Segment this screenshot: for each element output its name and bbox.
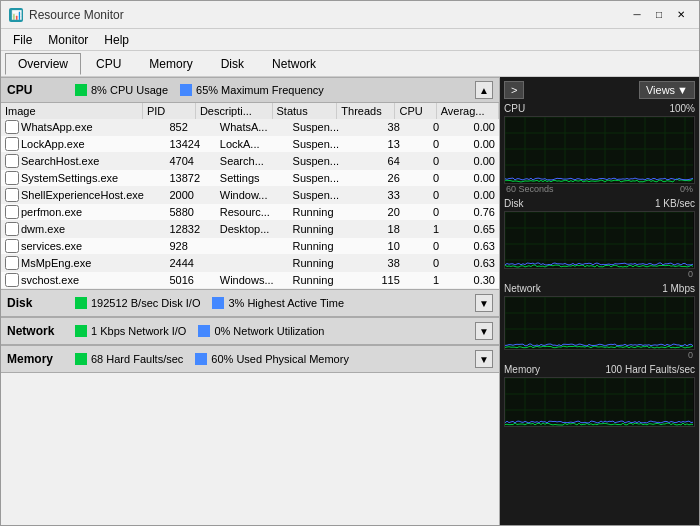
col-avg[interactable]: Averag... <box>436 103 498 119</box>
svg-rect-5 <box>198 325 210 337</box>
disk-active-dot <box>212 297 224 309</box>
svg-rect-0 <box>75 84 87 96</box>
svg-rect-4 <box>75 325 87 337</box>
cell-status: Suspen... <box>289 136 351 153</box>
cell-pid: 12832 <box>165 221 215 238</box>
menu-file[interactable]: File <box>5 31 40 49</box>
cell-threads: 38 <box>350 255 404 272</box>
tab-overview[interactable]: Overview <box>5 53 81 75</box>
cpu-usage-dot <box>75 84 87 96</box>
disk-graph-value: 1 KB/sec <box>655 198 695 209</box>
table-row[interactable]: perfmon.exe 5880 Resourc... Running 20 0… <box>1 204 499 221</box>
app-icon: 📊 <box>9 8 23 22</box>
cpu-stats: 8% CPU Usage 65% Maximum Frequency <box>75 84 467 96</box>
cell-pid: 928 <box>165 238 215 255</box>
memory-graph-label: Memory <box>504 364 540 375</box>
disk-graph-canvas <box>504 211 695 269</box>
cell-image: svchost.exe <box>1 272 165 289</box>
network-util-label: 0% Network Utilization <box>214 325 324 337</box>
cpu-section-header[interactable]: CPU 8% CPU Usage 65% Maximum Frequency ▲ <box>1 77 499 103</box>
cell-cpu: 1 <box>404 272 443 289</box>
cell-avg: 0.00 <box>443 136 499 153</box>
cell-desc: WhatsA... <box>216 119 289 136</box>
table-row[interactable]: SystemSettings.exe 13872 Settings Suspen… <box>1 170 499 187</box>
memory-phys-label: 60% Used Physical Memory <box>211 353 349 365</box>
memory-graph-value: 100 Hard Faults/sec <box>606 364 696 375</box>
right-panel: > Views ▼ CPU 100% 60 Seconds0% Disk 1 K <box>499 77 699 526</box>
maximize-button[interactable]: □ <box>649 6 669 24</box>
cpu-chevron[interactable]: ▲ <box>475 81 493 99</box>
table-row[interactable]: WhatsApp.exe 852 WhatsA... Suspen... 38 … <box>1 119 499 136</box>
cell-avg: 0.00 <box>443 153 499 170</box>
cell-pid: 13872 <box>165 170 215 187</box>
cell-cpu: 0 <box>404 153 443 170</box>
network-graph-value: 1 Mbps <box>662 283 695 294</box>
network-graph-label: Network <box>504 283 541 294</box>
col-pid[interactable]: PID <box>142 103 195 119</box>
cell-image: LockApp.exe <box>1 136 165 153</box>
network-stats: 1 Kbps Network I/O 0% Network Utilizatio… <box>75 325 467 337</box>
network-graph-section: Network 1 Mbps 0 <box>504 283 695 360</box>
minimize-button[interactable]: ─ <box>627 6 647 24</box>
main-content: CPU 8% CPU Usage 65% Maximum Frequency ▲… <box>1 77 699 526</box>
tab-cpu[interactable]: CPU <box>83 53 134 75</box>
tab-disk[interactable]: Disk <box>208 53 257 75</box>
menu-help[interactable]: Help <box>96 31 137 49</box>
menu-monitor[interactable]: Monitor <box>40 31 96 49</box>
table-row[interactable]: MsMpEng.exe 2444 Running 38 0 0.63 <box>1 255 499 272</box>
memory-section-header[interactable]: Memory 68 Hard Faults/sec 60% Used Physi… <box>1 345 499 373</box>
expand-button[interactable]: > <box>504 81 524 99</box>
views-button[interactable]: Views ▼ <box>639 81 695 99</box>
table-row[interactable]: ShellExperienceHost.exe 2000 Window... S… <box>1 187 499 204</box>
network-title: Network <box>7 324 67 338</box>
cpu-table-scroll[interactable]: WhatsApp.exe 852 WhatsA... Suspen... 38 … <box>1 119 499 289</box>
cell-image: SearchHost.exe <box>1 153 165 170</box>
cell-avg: 0.65 <box>443 221 499 238</box>
cell-status: Running <box>289 255 351 272</box>
cell-cpu: 1 <box>404 221 443 238</box>
disk-active-label: 3% Highest Active Time <box>228 297 344 309</box>
col-cpu[interactable]: CPU <box>395 103 436 119</box>
cell-desc <box>216 255 289 272</box>
table-row[interactable]: LockApp.exe 13424 LockA... Suspen... 13 … <box>1 136 499 153</box>
cell-pid: 5016 <box>165 272 215 289</box>
cell-cpu: 0 <box>404 187 443 204</box>
cell-desc: Settings <box>216 170 289 187</box>
col-status[interactable]: Status <box>272 103 337 119</box>
cell-threads: 26 <box>350 170 404 187</box>
cell-avg: 0.63 <box>443 255 499 272</box>
disk-chevron[interactable]: ▼ <box>475 294 493 312</box>
network-section-header[interactable]: Network 1 Kbps Network I/O 0% Network Ut… <box>1 317 499 345</box>
network-io-label: 1 Kbps Network I/O <box>91 325 186 337</box>
cell-cpu: 0 <box>404 204 443 221</box>
cell-status: Running <box>289 204 351 221</box>
network-chevron[interactable]: ▼ <box>475 322 493 340</box>
col-image[interactable]: Image <box>1 103 142 119</box>
cpu-freq-label: 65% Maximum Frequency <box>196 84 324 96</box>
table-row[interactable]: dwm.exe 12832 Desktop... Running 18 1 0.… <box>1 221 499 238</box>
cell-desc: Resourc... <box>216 204 289 221</box>
cpu-graph-canvas <box>504 116 695 184</box>
cell-cpu: 0 <box>404 170 443 187</box>
table-row[interactable]: svchost.exe 5016 Windows... Running 115 … <box>1 272 499 289</box>
cell-cpu: 0 <box>404 238 443 255</box>
tab-memory[interactable]: Memory <box>136 53 205 75</box>
cell-avg: 0.30 <box>443 272 499 289</box>
left-panel: CPU 8% CPU Usage 65% Maximum Frequency ▲… <box>1 77 499 526</box>
table-row[interactable]: SearchHost.exe 4704 Search... Suspen... … <box>1 153 499 170</box>
cell-desc: LockA... <box>216 136 289 153</box>
cpu-graph-value: 100% <box>669 103 695 114</box>
cpu-title: CPU <box>7 83 67 97</box>
close-button[interactable]: ✕ <box>671 6 691 24</box>
cell-image: WhatsApp.exe <box>1 119 165 136</box>
cell-pid: 4704 <box>165 153 215 170</box>
cell-threads: 10 <box>350 238 404 255</box>
col-desc[interactable]: Descripti... <box>195 103 272 119</box>
memory-chevron[interactable]: ▼ <box>475 350 493 368</box>
cell-status: Running <box>289 221 351 238</box>
disk-title: Disk <box>7 296 67 310</box>
col-threads[interactable]: Threads <box>337 103 395 119</box>
tab-network[interactable]: Network <box>259 53 329 75</box>
table-row[interactable]: services.exe 928 Running 10 0 0.63 <box>1 238 499 255</box>
disk-section-header[interactable]: Disk 192512 B/sec Disk I/O 3% Highest Ac… <box>1 289 499 317</box>
